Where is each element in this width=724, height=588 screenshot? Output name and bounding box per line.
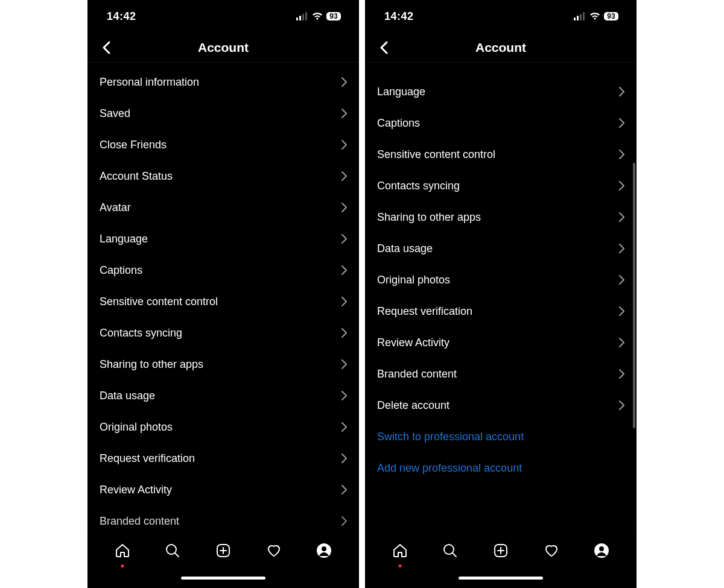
- row-delete-account[interactable]: Delete account: [365, 390, 637, 421]
- svg-rect-11: [574, 17, 576, 21]
- row-avatar[interactable]: Avatar: [87, 192, 359, 223]
- row-close-friends[interactable]: Close Friends: [87, 129, 359, 160]
- tab-create[interactable]: [210, 537, 237, 564]
- row-review-activity[interactable]: Review Activity: [365, 327, 637, 358]
- row-captions[interactable]: Captions: [365, 107, 637, 139]
- battery-level: 93: [326, 12, 341, 21]
- home-icon: [392, 543, 408, 558]
- svg-point-10: [322, 546, 326, 551]
- svg-rect-0: [296, 17, 298, 21]
- home-indicator-area: [87, 567, 359, 588]
- page-header: Account: [365, 33, 637, 63]
- settings-list-left[interactable]: Personal information Saved Close Friends…: [87, 63, 359, 528]
- tab-home[interactable]: [109, 537, 136, 564]
- heart-icon: [544, 543, 559, 558]
- row-label: Contacts syncing: [377, 180, 460, 192]
- tab-profile[interactable]: [588, 537, 615, 564]
- row-captions[interactable]: Captions: [87, 254, 359, 286]
- row-sensitive-content-control[interactable]: Sensitive content control: [87, 286, 359, 317]
- svg-rect-3: [305, 12, 307, 21]
- row-original-photos[interactable]: Original photos: [87, 411, 359, 443]
- chevron-right-icon: [341, 359, 347, 369]
- row-data-usage[interactable]: Data usage: [87, 380, 359, 411]
- chevron-right-icon: [619, 244, 624, 253]
- row-language[interactable]: Language: [87, 223, 359, 254]
- row-label: Data usage: [377, 242, 433, 255]
- row-label: Contacts syncing: [100, 327, 182, 340]
- row-label: Avatar: [100, 201, 131, 214]
- row-sharing-to-other-apps[interactable]: Sharing to other apps: [87, 349, 359, 380]
- chevron-right-icon: [619, 150, 624, 159]
- row-label: Add new professional account: [377, 462, 522, 475]
- link-add-professional[interactable]: Add new professional account: [365, 452, 637, 484]
- page-header: Account: [87, 33, 359, 63]
- status-time: 14:42: [384, 10, 414, 23]
- row-label: Account Status: [100, 170, 173, 183]
- link-switch-professional[interactable]: Switch to professional account: [365, 421, 637, 452]
- tab-create[interactable]: [487, 537, 514, 564]
- chevron-right-icon: [619, 212, 624, 222]
- status-bar: 14:42 93: [365, 0, 637, 33]
- row-label: Request verification: [377, 305, 472, 318]
- svg-rect-14: [583, 12, 585, 21]
- status-icons: 93: [296, 12, 341, 21]
- chevron-right-icon: [341, 516, 347, 526]
- row-branded-content[interactable]: Branded content: [87, 505, 359, 528]
- row-label: Delete account: [377, 399, 449, 412]
- row-sensitive-content-control[interactable]: Sensitive content control: [365, 139, 637, 170]
- row-branded-content[interactable]: Branded content: [365, 358, 637, 390]
- row-request-verification[interactable]: Request verification: [87, 443, 359, 474]
- svg-point-21: [599, 546, 604, 551]
- chevron-right-icon: [619, 400, 624, 410]
- search-icon: [165, 543, 180, 558]
- phone-left: 14:42 93 Account Personal information Sa…: [87, 0, 359, 588]
- chevron-right-icon: [619, 306, 624, 316]
- row-label: Branded content: [100, 515, 179, 528]
- chevron-right-icon: [619, 87, 624, 96]
- svg-line-16: [453, 553, 456, 557]
- row-personal-information[interactable]: Personal information: [87, 66, 359, 98]
- row-language[interactable]: Language: [365, 76, 637, 107]
- row-label: Saved: [100, 107, 130, 120]
- chevron-right-icon: [341, 234, 347, 244]
- row-saved[interactable]: Saved: [87, 98, 359, 129]
- chevron-right-icon: [341, 77, 347, 87]
- row-request-verification[interactable]: Request verification: [365, 296, 637, 327]
- row-sharing-to-other-apps[interactable]: Sharing to other apps: [365, 201, 637, 233]
- tab-search[interactable]: [437, 537, 463, 564]
- chevron-right-icon: [341, 454, 347, 463]
- battery-level: 93: [604, 12, 618, 21]
- svg-rect-2: [302, 14, 304, 21]
- home-indicator-area: [365, 567, 637, 588]
- row-label: Personal information: [100, 76, 199, 89]
- home-indicator[interactable]: [459, 577, 543, 580]
- row-review-activity[interactable]: Review Activity: [87, 474, 359, 505]
- back-button[interactable]: [96, 37, 116, 58]
- row-data-usage[interactable]: Data usage: [365, 233, 637, 264]
- row-contacts-syncing[interactable]: Contacts syncing: [87, 317, 359, 349]
- row-label: Captions: [377, 117, 420, 130]
- chevron-right-icon: [341, 109, 347, 118]
- chevron-right-icon: [619, 338, 624, 347]
- row-label: Sensitive content control: [377, 148, 495, 161]
- row-label: Language: [377, 86, 425, 98]
- tab-home[interactable]: [387, 537, 413, 564]
- scroll-indicator[interactable]: [633, 163, 635, 428]
- back-button[interactable]: [373, 37, 394, 58]
- settings-list-right[interactable]: Language Captions Sensitive content cont…: [365, 63, 637, 528]
- tab-activity[interactable]: [261, 537, 287, 564]
- row-label: Original photos: [100, 421, 173, 434]
- tab-activity[interactable]: [538, 537, 565, 564]
- row-original-photos[interactable]: Original photos: [365, 264, 637, 296]
- row-contacts-syncing[interactable]: Contacts syncing: [365, 170, 637, 201]
- tab-profile[interactable]: [311, 537, 337, 564]
- tab-search[interactable]: [159, 537, 186, 564]
- profile-icon: [594, 543, 609, 558]
- row-label: Review Activity: [377, 337, 449, 349]
- tab-bar: [87, 528, 359, 567]
- chevron-right-icon: [341, 328, 347, 338]
- row-label: Data usage: [100, 390, 155, 402]
- home-indicator[interactable]: [181, 577, 265, 580]
- chevron-left-icon: [379, 41, 388, 54]
- row-account-status[interactable]: Account Status: [87, 160, 359, 192]
